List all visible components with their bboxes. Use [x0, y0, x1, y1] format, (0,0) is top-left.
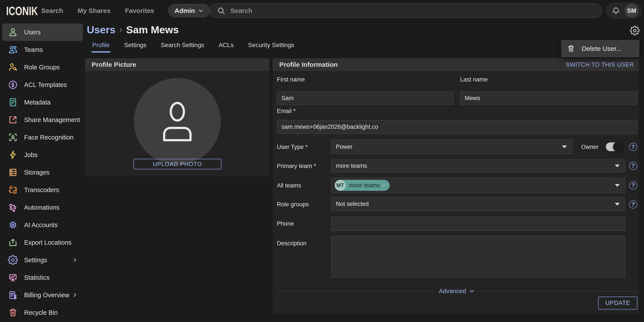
chip-remove-icon[interactable]: × — [382, 182, 386, 189]
sidebar-item-label: Jobs — [24, 151, 38, 159]
advanced-label: Advanced — [439, 288, 466, 295]
person-icon — [156, 94, 199, 149]
role-groups-select[interactable]: Not selected — [331, 197, 625, 211]
update-button[interactable]: UPDATE — [598, 297, 638, 310]
trash-icon — [567, 44, 575, 53]
sidebar-item-label: Face Recognition — [24, 134, 74, 141]
all-teams-label: All teams — [277, 182, 301, 189]
trash-icon — [8, 308, 18, 318]
tab-settings[interactable]: Settings — [124, 42, 146, 52]
profile-picture-header: Profile Picture — [85, 58, 270, 71]
tab-security-settings[interactable]: Security Settings — [248, 42, 294, 52]
ai-chip-icon — [8, 220, 18, 230]
sidebar-item-label: Share Management — [24, 116, 80, 124]
user-type-value: Power — [336, 143, 353, 150]
caret-down-icon — [615, 184, 620, 187]
sidebar-item-face-recognition[interactable]: Face Recognition — [2, 129, 83, 146]
owner-label: Owner — [581, 144, 599, 150]
tab-acls[interactable]: ACLs — [218, 42, 234, 52]
sidebar-item-settings[interactable]: Settings — [2, 251, 83, 269]
page-gear-icon[interactable] — [630, 26, 640, 35]
last-name-input[interactable] — [460, 92, 637, 105]
profile-avatar-placeholder — [134, 78, 221, 165]
face-recognition-icon — [8, 132, 18, 142]
sidebar-item-billing-overview[interactable]: Billing Overview — [2, 286, 83, 304]
account-cluster: SM — [606, 2, 642, 19]
top-nav-favorites[interactable]: Favorites — [125, 7, 154, 14]
global-search-input[interactable] — [230, 7, 602, 14]
page-title: Sam Mews — [126, 24, 179, 36]
primary-team-select[interactable]: more teams — [331, 159, 625, 172]
user-type-help-icon[interactable]: ? — [629, 143, 637, 151]
admin-menu-label: Admin — [174, 7, 195, 14]
delete-user-menu-item[interactable]: Delete User... — [561, 40, 640, 57]
sidebar-item-recycle-bin[interactable]: Recycle Bin — [2, 304, 83, 321]
sidebar-item-users[interactable]: Users — [2, 23, 83, 41]
sidebar-item-role-groups[interactable]: Role Groups — [2, 58, 83, 76]
sidebar-item-teams[interactable]: Teams — [2, 41, 83, 58]
upload-photo-button[interactable]: UPLOAD PHOTO — [134, 159, 222, 169]
sidebar-item-ai-accounts[interactable]: AI Accounts — [2, 216, 83, 234]
transcoder-icon — [8, 185, 18, 195]
chevron-down-icon — [198, 8, 204, 13]
first-name-input[interactable] — [277, 92, 454, 105]
sidebar-item-export-locations[interactable]: Export Locations — [2, 234, 83, 251]
user-type-select[interactable]: Power — [331, 140, 572, 154]
switch-to-this-user-link[interactable]: SWITCH TO THIS USER — [566, 61, 634, 68]
admin-menu-button[interactable]: Admin — [168, 4, 210, 17]
export-box-icon — [8, 238, 18, 248]
breadcrumb-users-link[interactable]: Users — [87, 24, 116, 36]
tab-search-settings[interactable]: Search Settings — [161, 42, 204, 52]
sidebar-item-label: AI Accounts — [24, 222, 58, 229]
gear-icon — [8, 255, 18, 265]
app-logo[interactable]: ICONIK — [6, 4, 38, 18]
owner-toggle-knob — [613, 141, 624, 152]
profile-picture-panel: Profile Picture UPLOAD PHOTO — [85, 58, 270, 177]
phone-label: Phone — [277, 220, 294, 227]
statistics-icon — [8, 273, 18, 283]
primary-team-value: more teams — [336, 163, 367, 169]
email-input[interactable] — [277, 120, 637, 134]
sidebar-item-statistics[interactable]: Statistics — [2, 269, 83, 286]
sidebar-item-label: Export Locations — [24, 239, 72, 246]
user-avatar[interactable]: SM — [625, 4, 638, 17]
search-icon — [217, 6, 226, 15]
sidebar-item-label: Billing Overview — [24, 292, 69, 299]
user-icon — [8, 27, 18, 37]
top-nav-my-shares[interactable]: My Shares — [78, 7, 110, 14]
description-textarea[interactable] — [331, 236, 625, 278]
role-groups-label: Role groups — [277, 201, 309, 208]
profile-information-header: Profile Information SWITCH TO THIS USER — [273, 58, 639, 71]
delete-user-label: Delete User... — [582, 45, 622, 52]
notifications-bell-icon[interactable] — [612, 6, 620, 15]
first-name-label: First name — [277, 76, 305, 83]
sidebar-item-automations[interactable]: Automations — [2, 199, 83, 216]
top-nav-search[interactable]: Search — [41, 7, 63, 14]
sidebar-item-label: Storages — [24, 169, 50, 176]
role-groups-help-icon[interactable]: ? — [629, 200, 637, 209]
primary-team-help-icon[interactable]: ? — [629, 162, 637, 170]
role-groups-value: Not selected — [336, 201, 369, 207]
acl-lock-icon — [8, 80, 18, 90]
global-search[interactable] — [209, 3, 602, 18]
phone-input[interactable] — [331, 217, 625, 231]
sidebar-item-jobs[interactable]: Jobs — [2, 146, 83, 164]
sidebar-item-share-management[interactable]: Share Management — [2, 111, 83, 129]
owner-toggle[interactable] — [606, 142, 623, 151]
sidebar-item-metadata[interactable]: Metadata — [2, 93, 83, 111]
tab-profile[interactable]: Profile — [92, 42, 110, 52]
profile-information-panel: Profile Information SWITCH TO THIS USER … — [273, 58, 639, 314]
all-teams-help-icon[interactable]: ? — [629, 181, 637, 189]
billing-icon — [8, 290, 18, 300]
sidebar-item-label: Settings — [24, 257, 47, 264]
sidebar-item-storages[interactable]: Storages — [2, 164, 83, 181]
advanced-toggle[interactable]: Advanced — [435, 288, 480, 295]
breadcrumb: Users › Sam Mews — [87, 24, 179, 36]
role-groups-icon — [8, 62, 18, 72]
chevron-right-icon — [72, 257, 78, 263]
sidebar-item-transcoders[interactable]: Transcoders — [2, 181, 83, 199]
sidebar-item-acl-templates[interactable]: ACL Templates — [2, 76, 83, 93]
automation-icon — [8, 202, 18, 213]
user-detail-tabs: ProfileSettingsSearch SettingsACLsSecuri… — [92, 42, 294, 52]
sidebar-item-label: Teams — [24, 46, 43, 53]
